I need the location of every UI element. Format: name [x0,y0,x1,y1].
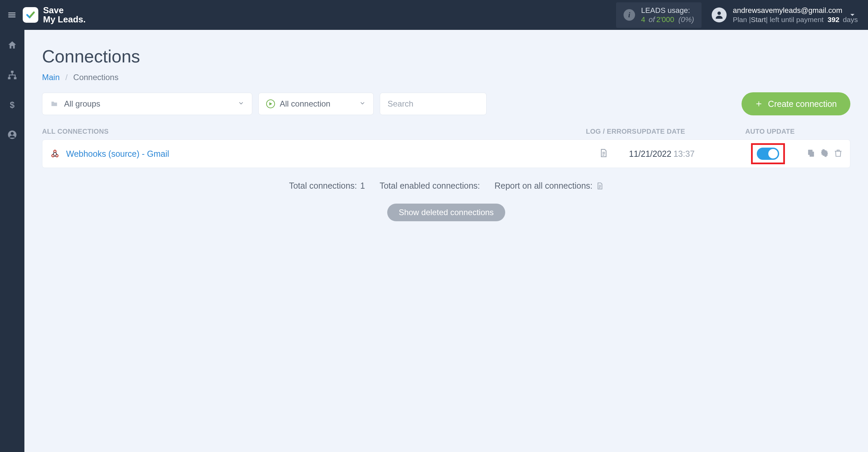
copy-icon [807,149,815,157]
person-circle-icon [7,130,17,140]
toggle-knob [768,149,778,158]
document-icon [599,148,608,158]
sidebar-item-account[interactable] [0,127,24,143]
usage-value: 4 of2'000 (0%) [641,15,694,24]
breadcrumb-main[interactable]: Main [42,73,60,82]
chevron-down-icon [238,100,244,107]
hamburger-icon [7,10,17,20]
usage-text: LEADS usage: 4 of2'000 (0%) [641,6,694,24]
copy-button[interactable] [807,149,815,159]
home-icon [7,40,17,50]
sidebar-item-billing[interactable]: $ [0,97,24,113]
user-plan: Plan |Start| left until payment 392 days [733,15,858,24]
top-bar: Save My Leads i LEADS usage: 4 of2'000 (… [0,0,868,30]
gear-icon [820,149,829,157]
dollar-icon: $ [7,100,17,110]
chevron-down-icon [359,100,366,107]
sidebar: $ [0,30,24,452]
svg-rect-1 [11,71,14,73]
update-date-cell: 11/21/202213:37 [629,149,737,159]
svg-rect-3 [14,77,17,79]
show-deleted-button[interactable]: Show deleted connections [387,204,505,221]
plus-icon [755,100,763,108]
toolbar: All groups All connection Create connect… [42,92,850,115]
usage-label: LEADS usage: [641,6,694,15]
play-circle-icon [266,99,275,108]
user-menu[interactable]: andrewsavemyleads@gmail.com Plan |Start|… [712,6,858,24]
create-connection-label: Create connection [768,99,837,109]
report-connections[interactable]: Report on all connections: [494,181,603,191]
logo-line1: Save [43,6,86,15]
logo[interactable]: Save My Leads [23,6,86,24]
delete-button[interactable] [834,149,843,159]
columns-header: ALL CONNECTIONS LOG / ERRORS UPDATE DATE… [42,124,850,139]
info-icon: i [624,9,635,21]
connection-filter-label: All connection [280,99,330,109]
breadcrumb: Main / Connections [42,73,850,82]
svg-rect-11 [808,150,812,155]
user-menu-caret[interactable] [848,11,858,20]
folder-icon [50,100,59,108]
search-box[interactable] [380,93,487,115]
svg-rect-2 [8,77,11,79]
leads-usage-box[interactable]: i LEADS usage: 4 of2'000 (0%) [616,2,702,28]
user-avatar [712,7,727,22]
svg-text:$: $ [10,100,15,110]
logo-line2: My Leads [43,15,86,24]
col-update-date: UPDATE DATE [637,128,745,135]
groups-select[interactable]: All groups [42,93,252,115]
chevron-down-icon [848,11,856,19]
menu-toggle-button[interactable] [5,8,19,22]
settings-button[interactable] [820,149,829,159]
page-title: Connections [42,46,850,67]
connection-row: Webhooks (source) - Gmail 11/21/202213:3… [42,139,850,168]
user-text: andrewsavemyleads@gmail.com Plan |Start|… [733,6,858,24]
document-icon [596,182,604,190]
groups-select-label: All groups [64,99,100,109]
search-input[interactable] [388,99,479,109]
user-email: andrewsavemyleads@gmail.com [733,6,858,15]
total-connections: Total connections: 1 [289,181,365,191]
connection-filter-select[interactable]: All connection [258,93,374,115]
connection-name-link[interactable]: Webhooks (source) - Gmail [66,149,169,159]
row-actions [798,149,843,159]
logo-text: Save My Leads [43,6,86,24]
col-auto-update: AUTO UPDATE [745,128,850,135]
sidebar-item-home[interactable] [0,37,24,53]
auto-update-cell [737,143,798,164]
person-icon [714,10,724,20]
svg-point-0 [717,12,721,15]
breadcrumb-current: Connections [73,73,118,82]
sitemap-icon [7,70,17,80]
auto-update-highlight [751,143,785,164]
breadcrumb-sep: / [65,73,68,82]
trash-icon [834,149,843,157]
checkmark-icon [25,10,36,20]
col-all-connections: ALL CONNECTIONS [42,128,586,135]
main-content: Connections Main / Connections All group… [24,30,868,452]
auto-update-toggle[interactable] [757,148,779,160]
log-cell[interactable] [578,148,629,159]
col-log: LOG / ERRORS [586,128,637,135]
logo-mark [23,7,38,23]
sidebar-item-connections[interactable] [0,67,24,83]
svg-point-6 [11,132,14,135]
summary-row: Total connections: 1 Total enabled conne… [42,181,850,191]
create-connection-button[interactable]: Create connection [742,92,850,115]
webhook-icon [50,149,60,159]
enabled-connections: Total enabled connections: [379,181,480,191]
